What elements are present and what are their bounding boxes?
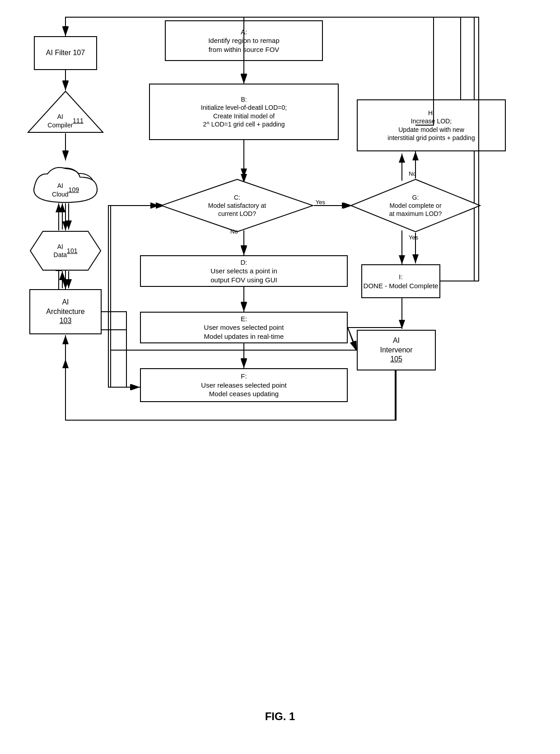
ai-data-text: AIData101 bbox=[29, 237, 102, 264]
ai-filter-label: AI Filter 107 bbox=[46, 48, 85, 58]
ai-cloud-text: AICloud109 bbox=[29, 178, 102, 202]
svg-line-17 bbox=[348, 328, 356, 350]
box-f: F:User releases selected pointModel ceas… bbox=[140, 368, 348, 402]
ai-cloud-wrapper: AICloud109 bbox=[29, 160, 102, 203]
ai-architecture-box: AIArchitecture103 bbox=[29, 289, 102, 334]
yes-g-label: Yes bbox=[409, 234, 418, 241]
box-b: B:Initialize level-of-deatil LOD=0;Creat… bbox=[149, 84, 339, 140]
diamond-c-text: C:Model satisfactory atcurrent LOD? bbox=[187, 187, 287, 224]
ai-compiler-text: AICompiler111 bbox=[27, 108, 104, 133]
diamond-g-text: G:Model complete orat maximum LOD? bbox=[368, 187, 463, 225]
no-c-label: No bbox=[230, 228, 238, 235]
box-h: H:Increase LOD;Update model with newinte… bbox=[357, 99, 506, 151]
yes-c-label: Yes bbox=[316, 199, 325, 206]
diamond-g-wrapper: G:Model complete orat maximum LOD? No Ye… bbox=[350, 178, 481, 233]
no-g-label: No bbox=[409, 170, 416, 177]
box-e: E:User moves selected pointModel updates… bbox=[140, 312, 348, 343]
ai-filter-box: AI Filter 107 bbox=[34, 36, 97, 70]
box-d: D:User selects a point inoutput FOV usin… bbox=[140, 255, 348, 287]
box-a: A:Identify region to remapfrom within so… bbox=[165, 20, 323, 61]
diagram: AI Filter 107 AICompiler111 AICloud109 bbox=[0, 0, 560, 732]
ai-intervenor-box: AIIntervenor105 bbox=[357, 330, 436, 370]
fig-label: FIG. 1 bbox=[265, 710, 295, 723]
diamond-c-wrapper: C:Model satisfactory atcurrent LOD? Yes … bbox=[160, 178, 314, 233]
ai-data-wrapper: AIData101 bbox=[29, 230, 102, 271]
box-i: I:DONE - Model Complete bbox=[361, 264, 440, 298]
ai-compiler-wrapper: AICompiler111 bbox=[27, 90, 104, 133]
